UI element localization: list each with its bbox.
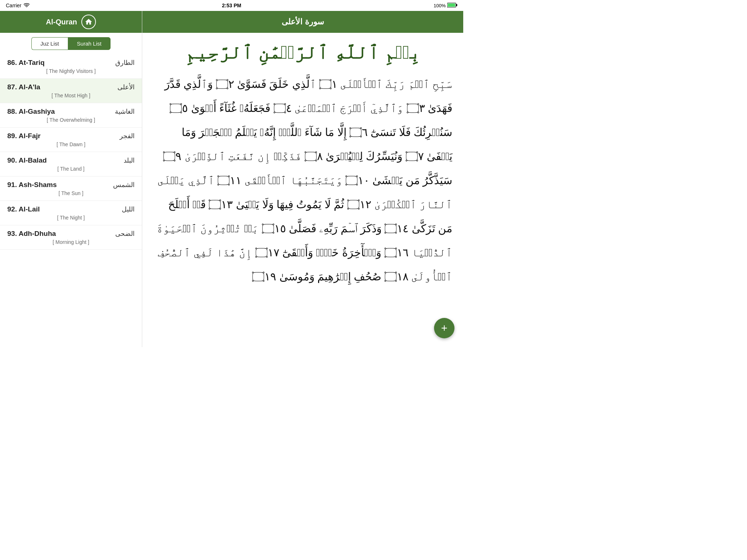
carrier-label: Carrier — [6, 3, 22, 8]
home-button[interactable] — [81, 15, 96, 29]
surah-arabic-name: البلد — [124, 156, 135, 164]
surah-subtitle: [ Morning Light ] — [7, 239, 135, 248]
home-icon — [85, 18, 93, 26]
wifi-icon — [24, 3, 30, 8]
surah-header-title: سورة الأعلى — [282, 17, 324, 27]
surah-name: 91. Ash-Shams — [7, 181, 57, 189]
surah-list: 86. At-Tariqالطارق[ The Nightly Visitors… — [0, 54, 142, 347]
surah-arabic-name: الليل — [122, 205, 135, 213]
surah-list-item[interactable]: 91. Ash-Shamsالشمس[ The Sun ] — [0, 176, 142, 201]
status-bar-time: 2:53 PM — [222, 3, 241, 8]
surah-arabic-name: الأعلى — [117, 83, 135, 91]
surah-list-item[interactable]: 90. Al-Baladالبلد[ The Land ] — [0, 152, 142, 176]
quran-verses: سَبِّحِ ٱسۡمَ رَبِّكَ ٱلۡأَعۡلَى ۝١ ٱلَّ… — [153, 72, 452, 289]
right-panel: سورة الأعلى بِسۡمِ ٱللَّهِ ٱلرَّحۡمَٰنِ … — [142, 11, 463, 347]
surah-name: 86. At-Tariq — [7, 59, 44, 67]
surah-list-item[interactable]: 93. Adh-Dhuhaالضحى[ Morning Light ] — [0, 225, 142, 250]
svg-point-0 — [26, 7, 27, 7]
surah-list-item[interactable]: 92. Al-Lailالليل[ The Night ] — [0, 201, 142, 225]
bismillah: بِسۡمِ ٱللَّهِ ٱلرَّحۡمَٰنِ ٱلرَّحِيمِ — [185, 40, 421, 65]
right-header: سورة الأعلى — [142, 11, 463, 33]
status-bar-left: Carrier — [6, 3, 30, 8]
surah-subtitle: [ The Most High ] — [7, 93, 135, 101]
surah-subtitle: [ The Land ] — [7, 166, 135, 175]
app-title: Al-Quran — [46, 18, 77, 26]
surah-arabic-name: الفجر — [120, 132, 135, 140]
surah-subtitle: [ The Dawn ] — [7, 141, 135, 150]
main-container: Al-Quran Juz List Surah List 86. At-Tari… — [0, 11, 463, 347]
surah-subtitle: [ The Nightly Visitors ] — [7, 68, 135, 77]
surah-arabic-name: الضحى — [115, 230, 135, 238]
surah-name: 93. Adh-Dhuha — [7, 230, 56, 238]
left-panel: Al-Quran Juz List Surah List 86. At-Tari… — [0, 11, 142, 347]
surah-arabic-name: الطارق — [115, 59, 135, 67]
surah-name: 88. Al-Gashiya — [7, 108, 55, 116]
status-bar: Carrier 2:53 PM 100% — [0, 0, 463, 11]
surah-subtitle: [ The Night ] — [7, 215, 135, 223]
surah-name: 90. Al-Balad — [7, 156, 47, 164]
status-bar-right: 100% — [434, 3, 457, 9]
surah-list-item[interactable]: 86. At-Tariqالطارق[ The Nightly Visitors… — [0, 54, 142, 79]
svg-rect-3 — [448, 3, 456, 7]
surah-name: 89. Al-Fajr — [7, 132, 40, 140]
tab-row: Juz List Surah List — [0, 33, 142, 54]
surah-list-item[interactable]: 87. Al-A'laالأعلى[ The Most High ] — [0, 79, 142, 103]
surah-list-item[interactable]: 89. Al-Fajrالفجر[ The Dawn ] — [0, 128, 142, 152]
surah-subtitle: [ The Sun ] — [7, 190, 135, 199]
juz-list-tab[interactable]: Juz List — [31, 37, 68, 50]
battery-icon — [447, 3, 457, 9]
left-header: Al-Quran — [0, 11, 142, 33]
surah-name: 87. Al-A'la — [7, 83, 40, 91]
surah-list-item[interactable]: 88. Al-Gashiyaالغاشية[ The Overwhelming … — [0, 103, 142, 128]
surah-subtitle: [ The Overwhelming ] — [7, 117, 135, 126]
add-fab-button[interactable]: + — [434, 318, 454, 338]
surah-arabic-name: الغاشية — [115, 108, 135, 116]
quran-content: بِسۡمِ ٱللَّهِ ٱلرَّحۡمَٰنِ ٱلرَّحِيمِ س… — [142, 33, 463, 347]
svg-rect-2 — [456, 4, 457, 6]
surah-arabic-name: الشمس — [113, 181, 135, 189]
surah-name: 92. Al-Lail — [7, 205, 40, 213]
surah-list-tab[interactable]: Surah List — [68, 37, 111, 50]
battery-percent: 100% — [434, 3, 446, 8]
